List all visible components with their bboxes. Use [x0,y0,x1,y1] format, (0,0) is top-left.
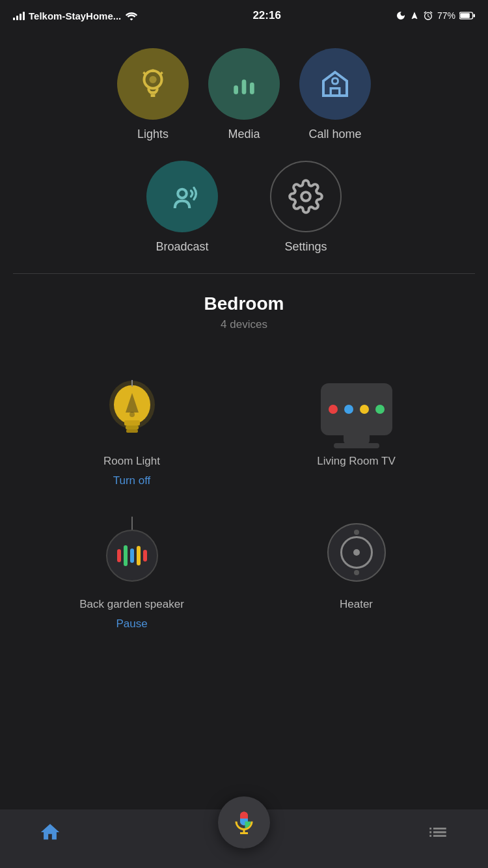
settings-button[interactable]: Settings [270,161,342,254]
lights-icon-circle [117,48,189,120]
home-nav-button[interactable] [39,821,61,843]
signal-bars-icon [13,11,25,20]
svg-line-8 [143,72,145,74]
heater-icon-area [318,513,396,591]
speaker-bar-yellow [137,546,141,565]
svg-rect-17 [126,426,139,429]
svg-rect-18 [126,429,138,433]
settings-label: Settings [284,240,327,254]
quick-access-row1: Lights Media Call home [0,29,488,154]
speaker-bar-red2 [143,550,147,562]
room-light-icon-area [93,370,171,448]
heater-screw-top [354,530,359,535]
room-light-label: Room Light [103,455,160,468]
call-home-icon [318,66,353,102]
gear-icon [288,179,323,214]
wifi-icon [125,10,138,21]
media-icon-circle [208,48,280,120]
tv-dot-blue [344,405,353,414]
mic-button[interactable] [218,796,270,848]
tv-dots [329,405,385,414]
svg-line-9 [160,72,162,74]
tv-dot-green [375,405,385,414]
back-garden-speaker-action[interactable]: Pause [116,617,147,631]
room-light-icon [103,373,161,445]
back-garden-speaker-icon-area [93,513,171,591]
status-bar-right: 77% [396,10,475,21]
tv-dot-yellow [360,405,369,414]
heater-label: Heater [340,598,373,611]
callhome-button[interactable]: Call home [299,48,371,141]
device-grid: Room Light Turn off Living Room TV [0,344,488,657]
device-back-garden-speaker[interactable]: Back garden speaker Pause [20,500,244,644]
callhome-icon-circle [299,48,371,120]
lights-button[interactable]: Lights [117,48,189,141]
svg-point-13 [178,189,187,198]
battery-icon [459,11,475,20]
quick-access-row2: Broadcast Settings [0,154,488,273]
status-bar: Telkom-StayHome... 22:16 77% [0,0,488,29]
location-icon [410,10,419,21]
living-room-tv-label: Living Room TV [317,455,396,468]
svg-point-21 [129,412,135,417]
room-section: Bedroom 4 devices [0,274,488,344]
svg-rect-16 [124,420,140,426]
tv-screen [321,383,392,435]
speaker-bar-blue [130,549,134,563]
svg-rect-11 [242,79,247,94]
status-bar-left: Telkom-StayHome... [13,10,138,21]
svg-rect-1 [460,13,470,18]
heater-dot [353,549,360,556]
list-nav-icon [427,821,449,843]
living-room-tv-icon-area [318,370,396,448]
device-living-room-tv[interactable]: Living Room TV [244,357,468,500]
media-button[interactable]: Media [208,48,280,141]
tv-icon [321,383,392,435]
home-nav-icon [39,821,61,843]
mic-icon [232,811,256,834]
speaker-bar-green [124,545,128,566]
room-devices-count: 4 devices [20,318,468,331]
back-garden-speaker-label: Back garden speaker [79,598,184,611]
device-room-light[interactable]: Room Light Turn off [20,357,244,500]
speaker-wire [131,517,133,530]
room-light-action[interactable]: Turn off [113,474,151,487]
heater-face [340,536,373,569]
svg-rect-10 [234,85,238,94]
settings-icon-circle [270,161,342,232]
room-title: Bedroom [20,293,468,314]
svg-point-6 [149,76,156,83]
alarm-icon [423,10,433,21]
media-bars-icon [226,66,262,102]
media-label: Media [228,128,260,141]
list-nav-button[interactable] [427,821,449,843]
tv-stand-base [334,443,379,448]
carrier-label: Telkom-StayHome... [29,10,121,21]
broadcast-button[interactable]: Broadcast [146,161,218,254]
heater-screw-bottom [354,570,359,575]
broadcast-icon [165,179,200,214]
speaker-bar-red [117,549,121,562]
moon-icon [396,10,406,21]
broadcast-label: Broadcast [156,240,208,254]
speaker-icon [103,517,161,588]
device-heater[interactable]: Heater [244,500,468,644]
callhome-label: Call home [308,128,361,141]
broadcast-icon-circle [146,161,218,232]
status-bar-time: 22:16 [252,9,280,22]
svg-rect-12 [250,83,254,94]
svg-rect-2 [473,14,475,17]
tv-dot-red [329,405,338,414]
heater-icon [327,523,386,582]
lights-label: Lights [137,128,169,141]
speaker-circle [106,530,158,582]
battery-percent: 77% [437,10,455,21]
lightbulb-icon [135,66,170,102]
